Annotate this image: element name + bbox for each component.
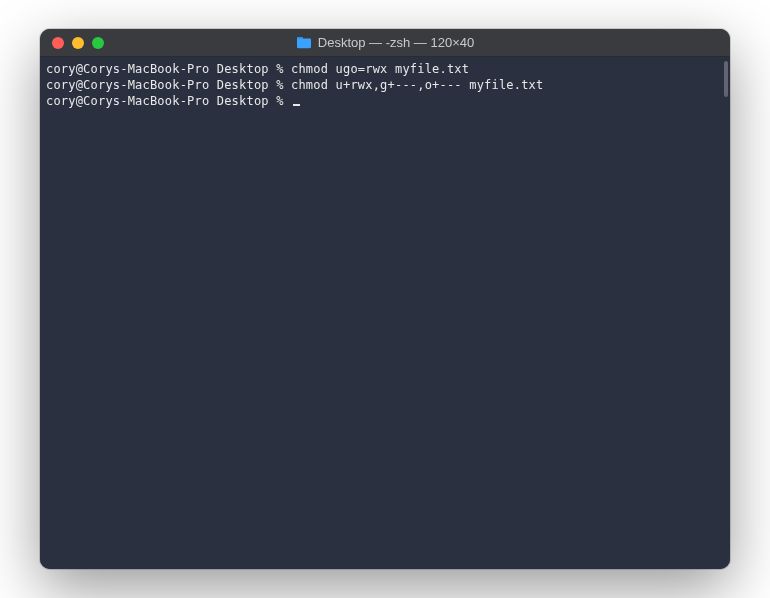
terminal-line: cory@Corys-MacBook-Pro Desktop %: [46, 93, 724, 109]
window-titlebar: Desktop — -zsh — 120×40: [40, 29, 730, 57]
window-title: Desktop — -zsh — 120×40: [296, 35, 474, 50]
close-button[interactable]: [52, 37, 64, 49]
command-text: chmod u+rwx,g+---,o+--- myfile.txt: [291, 78, 543, 92]
minimize-button[interactable]: [72, 37, 84, 49]
terminal-line: cory@Corys-MacBook-Pro Desktop % chmod u…: [46, 77, 724, 93]
prompt: cory@Corys-MacBook-Pro Desktop %: [46, 78, 291, 92]
terminal-body[interactable]: cory@Corys-MacBook-Pro Desktop % chmod u…: [40, 57, 730, 569]
prompt: cory@Corys-MacBook-Pro Desktop %: [46, 62, 291, 76]
maximize-button[interactable]: [92, 37, 104, 49]
terminal-line: cory@Corys-MacBook-Pro Desktop % chmod u…: [46, 61, 724, 77]
folder-icon: [296, 36, 312, 49]
cursor: [293, 104, 300, 106]
terminal-window: Desktop — -zsh — 120×40 cory@Corys-MacBo…: [40, 29, 730, 569]
prompt: cory@Corys-MacBook-Pro Desktop %: [46, 94, 291, 108]
window-title-text: Desktop — -zsh — 120×40: [318, 35, 474, 50]
scrollbar-thumb[interactable]: [724, 61, 728, 97]
command-text: chmod ugo=rwx myfile.txt: [291, 62, 469, 76]
window-controls: [40, 37, 104, 49]
